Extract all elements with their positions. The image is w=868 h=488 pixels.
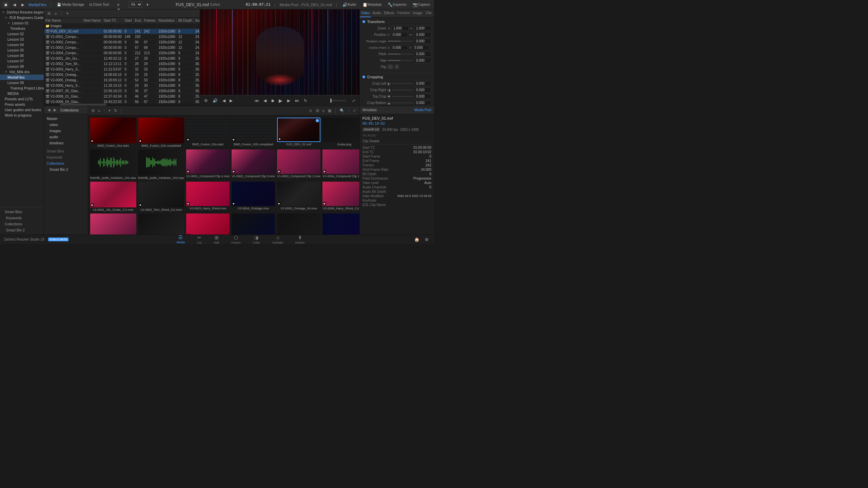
- flip-h-btn[interactable]: ↔: [388, 64, 393, 69]
- grid-item[interactable]: ▶: [277, 214, 320, 235]
- fit-chevron-btn[interactable]: ▾: [145, 2, 150, 8]
- next-frame-btn[interactable]: ▶: [286, 98, 292, 104]
- grid-item[interactable]: ▶V2-0003_Harry_Shoot.mov: [186, 182, 230, 211]
- collections-nav-item[interactable]: Collections: [2, 221, 42, 227]
- crop-bottom-slider[interactable]: [392, 102, 413, 103]
- col-reel[interactable]: Reel Name: [82, 18, 102, 23]
- table-row[interactable]: 🎬 V1-0003_Compo...00:00:00:00067681920x1…: [44, 45, 200, 50]
- tree-item-training-project-library[interactable]: Training Project Library: [0, 85, 44, 91]
- table-row[interactable]: 🎬 V2-0007_05_Glas...22:56:16:23036371920…: [44, 88, 200, 94]
- tree-item-lesson-02[interactable]: Lesson 02: [0, 31, 44, 37]
- back-btn[interactable]: ◀: [12, 2, 17, 8]
- table-row[interactable]: 🎬 FUS_DEV_01.mxf01:00:00:0002412421920x1…: [44, 29, 200, 34]
- tree-item-press-assets[interactable]: Press assets: [0, 102, 44, 107]
- zoom-slider[interactable]: [410, 28, 413, 29]
- zoom-y-value[interactable]: 1.000: [414, 26, 431, 31]
- crop-left-value[interactable]: 0.000: [414, 81, 431, 86]
- settings-btn[interactable]: ⚙: [423, 237, 430, 243]
- crop-bottom-value[interactable]: 0.000: [414, 100, 431, 105]
- grid-item[interactable]: ▶V1-0004_Compound Clip 1.mov: [322, 149, 359, 179]
- keywords-item[interactable]: Keywords: [2, 215, 42, 221]
- bottom-tab-fairlight[interactable]: ♫Fairlight: [269, 234, 287, 244]
- bottom-tab-fusion[interactable]: ⬡Fusion: [228, 234, 244, 244]
- media-pool-filter-btn[interactable]: ▾: [66, 11, 69, 16]
- tree-item-mediafiles[interactable]: MediaFiles: [0, 75, 44, 80]
- grid-item[interactable]: ▶BMD_Fusion_02b completed: [232, 118, 275, 147]
- fit-select[interactable]: Fit: [128, 1, 142, 8]
- tree-item-davinci-resolve-beginners-guide[interactable]: ▼DaVinci Resolve beginners guide: [0, 9, 44, 15]
- preview-volume-btn[interactable]: 🔊: [211, 98, 219, 104]
- grid-item[interactable]: ▶V1-0001_Compound Clip 4.mov: [186, 149, 230, 179]
- tree-item-r18-beginners-guide-lessons[interactable]: ▼R18 Beginners Guide Lessons: [0, 15, 44, 20]
- position-slider[interactable]: [409, 34, 413, 35]
- tree-item-user-guides-and-books[interactable]: User guides and books: [0, 107, 44, 113]
- table-row[interactable]: 🎬 V2-0002_Tom_Sh...11:12:13:11028291920x…: [44, 61, 200, 67]
- position-y-value[interactable]: 0.000: [414, 32, 431, 37]
- coll-keywords[interactable]: Keywords: [44, 154, 88, 160]
- jump-start-btn[interactable]: ⏮: [253, 98, 260, 104]
- bottom-tab-edit[interactable]: ⊞Edit: [211, 234, 223, 244]
- crop-left-slider[interactable]: [392, 83, 413, 84]
- tab-video[interactable]: Video: [360, 9, 371, 17]
- grid-item[interactable]: ▶✓FUS_DEV_01.mxf: [277, 118, 320, 147]
- preview-expand-btn[interactable]: ⤢: [351, 98, 357, 104]
- table-row[interactable]: 🎬 V1-0002_Compo...00:00:00:00096971920x1…: [44, 40, 200, 45]
- grid-item[interactable]: ▶V1-0002_Compound Clip 3.mov: [232, 149, 275, 179]
- coll-smart-bin-2[interactable]: Smart Bin 2: [44, 166, 88, 172]
- tree-item-lesson-01[interactable]: ▼Lesson 01: [0, 20, 44, 26]
- coll-smart-bins[interactable]: Smart Bins: [44, 148, 88, 154]
- tree-item-presets-and-luts[interactable]: Presets and LUTs: [0, 96, 44, 102]
- zoom-list-thumb[interactable]: ≡: [322, 108, 325, 114]
- col-start[interactable]: Start: [123, 18, 133, 23]
- grid-item[interactable]: ▶V2-0004_Onstage.mov: [232, 182, 275, 211]
- grid-item[interactable]: hotmilk_audio_mixdown_A02.wav: [138, 149, 184, 179]
- grid-item[interactable]: ▶BMD_Fusion_01a start: [90, 118, 136, 147]
- tab-file[interactable]: File: [423, 9, 434, 17]
- jump-end-btn[interactable]: ⏭: [294, 98, 300, 104]
- tree-item-lesson-04[interactable]: Lesson 04: [0, 42, 44, 47]
- coll-audio[interactable]: audio: [44, 134, 88, 140]
- tree-item-work-in-progress[interactable]: Work in progress: [0, 113, 44, 118]
- metadata-btn[interactable]: 📋 Metadata: [361, 2, 383, 8]
- grid-item[interactable]: ▶: [186, 214, 230, 235]
- media-pool-grid-btn[interactable]: ⊞: [47, 11, 51, 16]
- coll-images[interactable]: images: [44, 128, 88, 134]
- stop-btn[interactable]: ■: [270, 97, 275, 104]
- clone-btn[interactable]: ⧉ Clone Tool: [88, 2, 110, 7]
- rotation-slider[interactable]: [388, 41, 413, 42]
- crop-top-slider[interactable]: [392, 96, 413, 97]
- media-pool-table[interactable]: File Name Reel Name Start TC Start End F…: [44, 18, 200, 104]
- tc-back-btn[interactable]: ◀: [221, 98, 227, 104]
- col-frames[interactable]: Frames: [142, 18, 157, 23]
- grid-item[interactable]: ▶BMD_Fusion_02a start: [186, 118, 230, 147]
- tree-item-hot_milk.dra[interactable]: ▼Hot_Milk.dra: [0, 69, 44, 75]
- grid-item[interactable]: ▶: [232, 214, 275, 235]
- crop-top-value[interactable]: 0.000: [414, 94, 431, 99]
- tab-transition[interactable]: Transition: [395, 9, 411, 17]
- search-grid-btn[interactable]: 🔍: [339, 108, 345, 114]
- list-view-toggle[interactable]: ≡: [97, 108, 101, 114]
- col-resolution[interactable]: Resolution: [157, 18, 177, 23]
- expand-grid-btn[interactable]: ⤢: [352, 108, 357, 114]
- grid-item[interactable]: ▶BMD_Fusion_01b completed: [138, 118, 184, 147]
- media-pool-list-btn[interactable]: ≡: [54, 11, 57, 16]
- smart-bins-item[interactable]: Smart Bins: [2, 209, 42, 215]
- tab-audio[interactable]: Audio: [371, 9, 382, 17]
- loop-btn[interactable]: ↻: [302, 98, 309, 104]
- zoom-filmstrip[interactable]: ▦: [327, 108, 332, 114]
- tree-item-lesson-05[interactable]: Lesson 05: [0, 47, 44, 53]
- grid-item[interactable]: ▶V2-0006_Harry_Shoot_CU.mov: [322, 182, 359, 211]
- col-bitdepth[interactable]: Bit Depth: [177, 18, 194, 23]
- flip-v-btn[interactable]: ↕: [395, 64, 399, 69]
- bottom-tab-color[interactable]: ◑Color: [250, 234, 264, 244]
- tree-item-lesson-03[interactable]: Lesson 03: [0, 37, 44, 42]
- bottom-tab-deliver[interactable]: ⬆Deliver: [292, 234, 308, 244]
- col-start-tc[interactable]: Start TC: [102, 18, 123, 23]
- tree-item-lesson-09[interactable]: Lesson 09: [0, 80, 44, 85]
- grid-item[interactable]: ▶V1-0003_Compound Clip 2.mov: [277, 149, 320, 179]
- preview-timeline[interactable]: [331, 100, 346, 101]
- grid-item[interactable]: hotmilk_audio_mixdown_A01.wav: [90, 149, 136, 179]
- coll-master[interactable]: Master: [44, 116, 88, 122]
- preview-settings-btn[interactable]: ⚙: [203, 98, 209, 104]
- pitch-slider[interactable]: [388, 54, 413, 55]
